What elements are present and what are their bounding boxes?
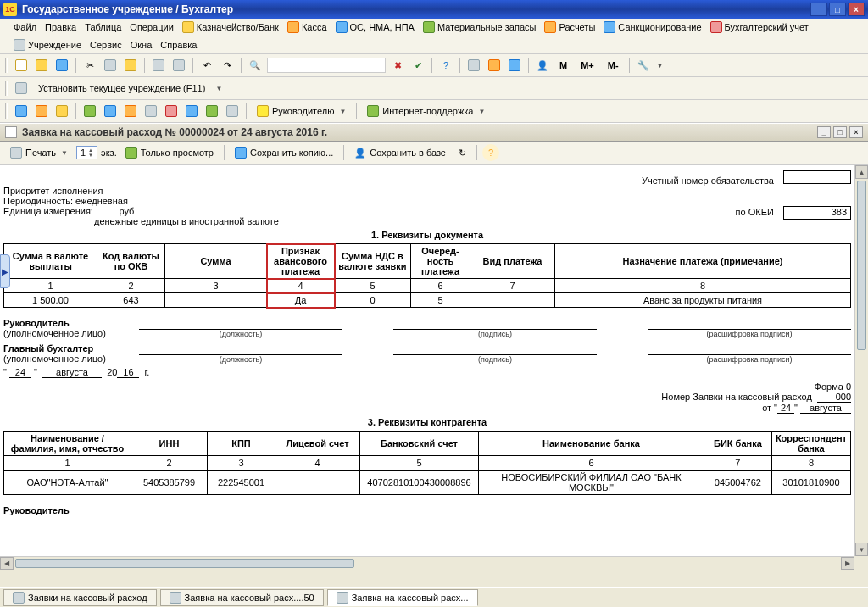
readonly-button[interactable]: Только просмотр — [120, 145, 219, 160]
manager-dropdown[interactable]: Руководителю▼ — [252, 103, 351, 119]
vertical-scrollbar[interactable]: ▲ ▼ — [854, 165, 868, 556]
preview-icon[interactable] — [170, 57, 187, 74]
menu-inventory[interactable]: Материальные запасы — [423, 21, 537, 33]
menu-edit[interactable]: Правка — [45, 21, 76, 33]
s1-val2[interactable]: 643 — [97, 293, 165, 308]
print-button[interactable]: Печать▼ — [5, 145, 73, 160]
cut-icon[interactable]: ✂ — [81, 57, 98, 74]
from-month: августа — [800, 403, 851, 414]
s1-val4[interactable]: Да — [267, 293, 335, 308]
paste-icon[interactable] — [122, 57, 139, 74]
menu-windows[interactable]: Окна — [131, 39, 153, 51]
tb3-icon-10[interactable] — [203, 103, 220, 120]
settings-icon[interactable]: 🔧 — [635, 57, 652, 74]
tools-icon[interactable] — [506, 57, 523, 74]
s3-val4[interactable] — [275, 471, 360, 495]
help-icon[interactable]: ? — [437, 57, 454, 74]
tb3-icon-1[interactable] — [13, 103, 30, 120]
s1-val1[interactable]: 1 500.00 — [4, 293, 97, 308]
redo-icon[interactable]: ↷ — [219, 57, 236, 74]
find-icon[interactable]: 🔍 — [247, 57, 264, 74]
table-row[interactable]: 1 500.00 643 Да 0 5 Аванс за продукты пи… — [4, 293, 851, 308]
check-icon[interactable]: ✔ — [409, 57, 426, 74]
save-icon[interactable] — [53, 57, 70, 74]
s1-val5[interactable]: 0 — [335, 293, 411, 308]
tb3-icon-6[interactable] — [122, 103, 139, 120]
scroll-thumb[interactable] — [857, 181, 866, 350]
table-row[interactable]: ОАО"НЭТА-Алтай" 5405385799 222545001 407… — [4, 471, 851, 495]
hscroll-thumb[interactable] — [15, 559, 354, 568]
menu-service[interactable]: Сервис — [90, 39, 122, 51]
tb3-icon-7[interactable] — [142, 103, 159, 120]
memory-m[interactable]: M — [554, 58, 572, 72]
menu-accounting[interactable]: Бухгалтерский учет — [710, 21, 809, 33]
tb3-icon-9[interactable] — [183, 103, 200, 120]
s3-val7[interactable]: 045004762 — [704, 471, 771, 495]
menu-calculations[interactable]: Расчеты — [544, 21, 595, 33]
tb3-icon-5[interactable] — [102, 103, 119, 120]
doc-help-icon[interactable]: ? — [482, 144, 499, 161]
tb3-icon-8[interactable] — [163, 103, 180, 120]
tb3-icon-11[interactable] — [224, 103, 241, 120]
memory-mplus[interactable]: M+ — [576, 58, 599, 72]
menu-table[interactable]: Таблица — [85, 21, 121, 33]
tb3-icon-4[interactable] — [81, 103, 98, 120]
print-icon[interactable] — [150, 57, 167, 74]
undo-icon[interactable]: ↶ — [198, 57, 215, 74]
s3-val5[interactable]: 40702810100430008896 — [360, 471, 479, 495]
institution-icon[interactable] — [13, 80, 30, 97]
search-combo[interactable] — [267, 58, 386, 73]
s3-val6[interactable]: НОВОСИБИРСКИЙ ФИЛИАЛ ОАО "БАНК МОСКВЫ" — [479, 471, 704, 495]
s3-val1[interactable]: ОАО"НЭТА-Алтай" — [4, 471, 131, 495]
close-button[interactable]: × — [848, 3, 865, 16]
s3-val3[interactable]: 222545001 — [208, 471, 275, 495]
cancel-icon[interactable]: ✖ — [389, 57, 406, 74]
doc-minimize-button[interactable]: _ — [817, 126, 831, 138]
refresh-icon[interactable]: ↻ — [454, 144, 471, 161]
scroll-right-icon[interactable]: ▶ — [841, 557, 854, 570]
set-institution-button[interactable]: Установить текущее учреждение (F11) — [33, 81, 210, 95]
copies-spinner[interactable]: 1 ▲▼ — [76, 146, 97, 159]
calendar-icon[interactable] — [486, 57, 503, 74]
menu-treasury[interactable]: Казначейство/Банк — [182, 21, 279, 33]
horizontal-scrollbar[interactable]: ◀ ▶ — [0, 556, 854, 570]
menu-help[interactable]: Справка — [160, 39, 197, 51]
taskbar-tab-1[interactable]: Заявки на кассовый расход — [3, 589, 157, 606]
person-icon[interactable]: 👤 — [534, 57, 551, 74]
s3-val2[interactable]: 5405385799 — [131, 471, 208, 495]
doc-maximize-button[interactable]: □ — [833, 126, 847, 138]
tb3-icon-3[interactable] — [53, 103, 70, 120]
menu-institution[interactable]: Учреждение — [14, 39, 81, 51]
tb3-icon-2[interactable] — [33, 103, 50, 120]
scroll-up-icon[interactable]: ▲ — [855, 165, 868, 179]
minimize-button[interactable]: _ — [810, 3, 827, 16]
restore-button[interactable]: □ — [829, 3, 846, 16]
copy-icon[interactable] — [102, 57, 119, 74]
save-db-button[interactable]: 👤Сохранить в базе — [349, 146, 451, 160]
taskbar-tab-2[interactable]: Заявка на кассовый расх....50 — [160, 589, 324, 606]
menu-sanction[interactable]: Санкционирование — [604, 21, 701, 33]
sidebar-expand-icon[interactable]: ▶ — [0, 254, 10, 288]
taskbar-tab-3[interactable]: Заявка на кассовый расх... — [327, 589, 478, 606]
menu-operations[interactable]: Операции — [130, 21, 173, 33]
save-copy-button[interactable]: Сохранить копию... — [230, 145, 338, 160]
menu-assets[interactable]: ОС, НМА, НПА — [336, 21, 415, 33]
scroll-left-icon[interactable]: ◀ — [0, 557, 14, 570]
calculator-icon[interactable] — [465, 57, 482, 74]
scroll-down-icon[interactable]: ▼ — [855, 543, 868, 556]
doc-close-button[interactable]: × — [849, 126, 863, 138]
s1-val7[interactable] — [470, 293, 555, 308]
toolbar-standard: ✂ ↶ ↷ 🔍 ✖ ✔ ? 👤 M M+ M- 🔧 ▼ — [0, 54, 868, 77]
new-icon[interactable] — [13, 57, 30, 74]
menu-file[interactable]: Файл — [14, 21, 36, 33]
s1-val8[interactable]: Аванс за продукты питания — [555, 293, 851, 308]
obligation-number-field[interactable] — [783, 170, 851, 184]
periodicity-label: Периодичность: ежедневная — [3, 196, 851, 206]
menu-cash[interactable]: Касса — [287, 21, 327, 33]
s1-val6[interactable]: 5 — [411, 293, 470, 308]
support-dropdown[interactable]: Интернет-поддержка▼ — [362, 103, 490, 119]
s3-val8[interactable]: 30101810900 — [771, 471, 850, 495]
memory-mminus[interactable]: M- — [603, 58, 624, 72]
open-icon[interactable] — [33, 57, 50, 74]
s1-val3[interactable] — [165, 293, 267, 308]
